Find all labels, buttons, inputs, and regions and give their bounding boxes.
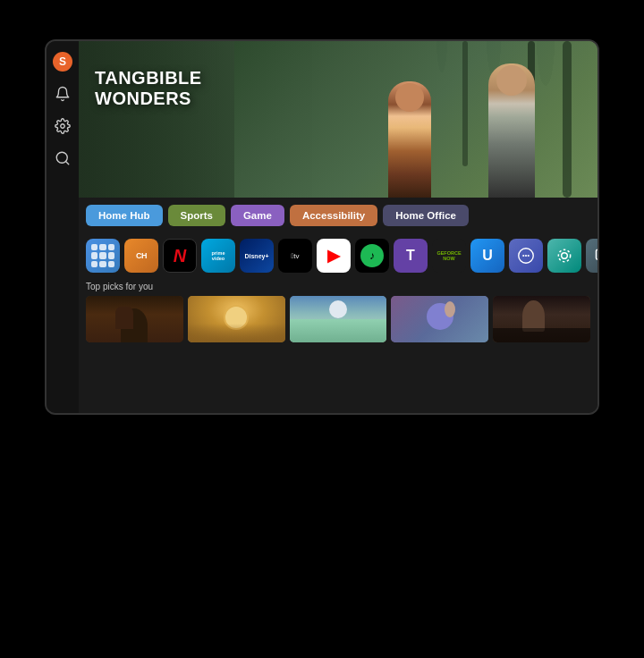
pick-card-3[interactable] [290,296,387,342]
app-icon-channel[interactable]: CH [124,239,158,273]
notification-icon[interactable] [53,84,72,104]
top-picks-label: Top picks for you [86,282,590,291]
avatar: S [53,52,72,72]
search-icon[interactable] [53,148,72,168]
sidebar: S [47,41,79,413]
pick-card-1[interactable] [86,296,183,342]
app-icon-extra1[interactable] [509,239,543,273]
nav-pill-home-hub[interactable]: Home Hub [86,205,163,226]
svg-point-7 [562,253,568,259]
nav-pill-home-office[interactable]: Home Office [383,205,469,226]
svg-point-0 [61,124,65,129]
app-icon-netflix[interactable]: N [163,239,197,273]
svg-point-6 [528,255,530,257]
hero-banner: TANGBIBLE WONDERS [79,41,597,198]
tv-frame: S [45,39,599,415]
top-picks-section: Top picks for you [79,278,597,413]
app-icon-twitch[interactable]: T [394,239,428,273]
pick-card-2[interactable] [188,296,285,342]
pick-card-5[interactable] [493,296,590,342]
user-avatar[interactable]: S [53,52,72,72]
settings-icon[interactable] [53,116,72,136]
svg-rect-9 [597,249,598,259]
svg-point-4 [522,255,524,257]
app-icon-geforce[interactable]: GEFORCE NOW [432,239,466,273]
pick-card-4[interactable] [391,296,488,342]
app-icon-cam[interactable] [547,239,581,273]
svg-line-2 [65,161,68,164]
app-row: CH N prime video Disney+ tv ▶ [79,233,597,278]
nav-pill-sports[interactable]: Sports [168,205,225,226]
app-icon-u[interactable]: U [470,239,504,273]
hero-title: TANGBIBLE WONDERS [95,68,202,109]
app-icon-spotify[interactable]: ♪ [355,239,389,273]
svg-point-5 [525,255,527,257]
app-icon-youtube[interactable]: ▶ [317,239,351,273]
main-content: TANGBIBLE WONDERS Home Hub Sports Game A… [79,41,597,413]
top-picks-row [86,296,590,342]
svg-point-8 [558,249,570,261]
app-icon-prime[interactable]: prime video [201,239,235,273]
app-icon-apps[interactable] [86,239,120,273]
nav-pill-game[interactable]: Game [231,205,284,226]
nav-pill-accessibility[interactable]: Accessibility [290,205,377,226]
app-icon-disney[interactable]: Disney+ [240,239,274,273]
app-icon-monitor[interactable] [586,239,597,273]
nav-pills: Home Hub Sports Game Accessibility Home … [79,198,597,233]
app-icon-appletv[interactable]: tv [278,239,312,273]
